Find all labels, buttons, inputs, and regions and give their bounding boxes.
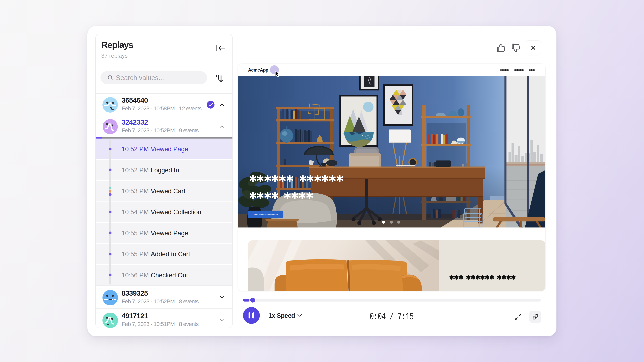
svg-text:**** ****** **********: **** ****** ********** xyxy=(254,213,278,216)
